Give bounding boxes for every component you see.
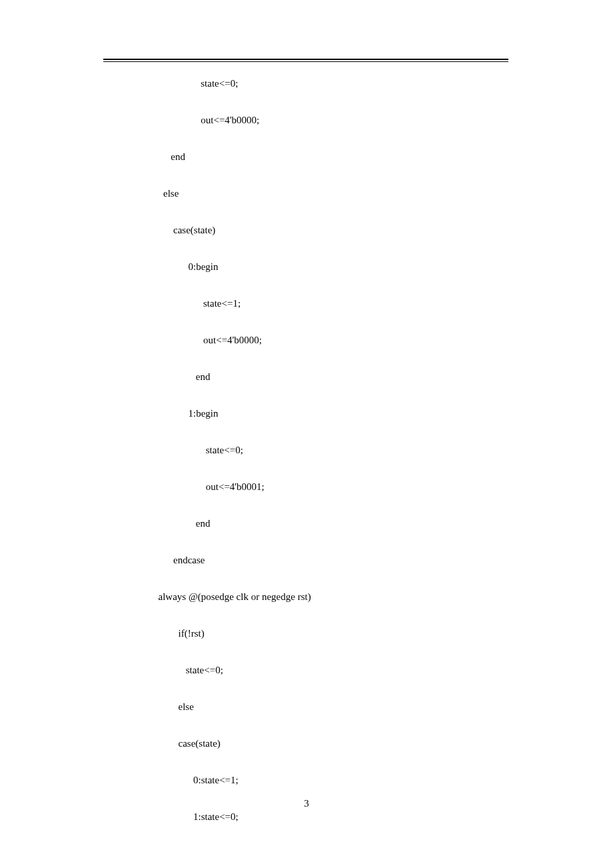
code-line: state<=0; (103, 79, 508, 89)
code-line: state<=1; (103, 299, 508, 309)
code-line: 1:begin (103, 409, 508, 419)
document-page: state<=0; out<=4'b0000; end else case(st… (0, 0, 613, 868)
code-line: case(state) (103, 739, 508, 749)
header-rule-thin (103, 61, 508, 62)
code-line: out<=4'b0000; (103, 335, 508, 345)
code-line: 0:state<=1; (103, 775, 508, 785)
code-line: 0:begin (103, 262, 508, 272)
header-rule-thick (103, 59, 508, 60)
code-line: 1:state<=0; (103, 812, 508, 822)
code-line: state<=0; (103, 445, 508, 455)
code-line: endcase (103, 555, 508, 565)
code-line: end (103, 152, 508, 162)
code-line: case(state) (103, 225, 508, 235)
code-line: out<=4'b0001; (103, 482, 508, 492)
code-line: always @(posedge clk or negedge rst) (103, 592, 508, 602)
code-line: state<=0; (103, 665, 508, 675)
code-line: else (103, 189, 508, 199)
page-number: 3 (0, 798, 613, 809)
code-line: if(!rst) (103, 629, 508, 639)
code-line: else (103, 702, 508, 712)
code-line: end (103, 519, 508, 529)
code-line: out<=4'b0000; (103, 115, 508, 125)
code-content: state<=0; out<=4'b0000; end else case(st… (103, 79, 508, 849)
code-line: end (103, 372, 508, 382)
